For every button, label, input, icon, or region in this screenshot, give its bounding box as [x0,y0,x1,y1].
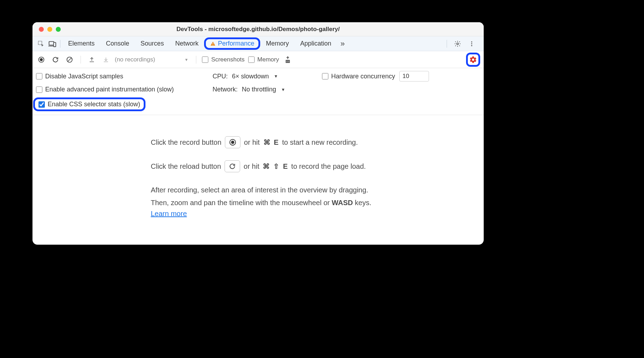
record-key-cmd: ⌘ [263,138,270,147]
svg-point-6 [457,43,459,44]
tab-sources[interactable]: Sources [135,38,169,49]
wasd-key: WASD [332,199,353,207]
svg-rect-4 [213,43,213,44]
reload-key-shift: ⇧ [273,162,279,171]
svg-point-9 [471,45,472,46]
memory-label: Memory [257,56,279,63]
reload-hint-line: Click the reload button or hit ⌘ ⇧ E to … [151,160,366,172]
inline-record-button[interactable] [225,136,240,148]
screenshots-checkbox-input[interactable] [202,56,208,63]
tab-console[interactable]: Console [100,38,135,49]
tab-network[interactable]: Network [169,38,204,49]
memory-checkbox[interactable]: Memory [248,56,279,63]
download-profile-button[interactable] [101,54,111,65]
svg-rect-5 [213,44,213,45]
css-selector-stats-highlighted: Enable CSS selector stats (slow) [33,97,145,111]
tab-memory[interactable]: Memory [260,38,294,49]
css-selector-stats-label: Enable CSS selector stats (slow) [48,101,140,108]
recordings-dropdown[interactable]: (no recordings) [115,56,190,63]
record-hint-line: Click the record button or hit ⌘ E to st… [151,136,358,148]
performance-empty-state: Click the record button or hit ⌘ E to st… [32,115,484,245]
maximize-window-button[interactable] [56,27,61,32]
window-controls [32,27,61,32]
tab-performance[interactable]: Performance [218,40,254,47]
minimize-window-button[interactable] [47,27,52,32]
screenshots-label: Screenshots [211,56,245,63]
advanced-paint-label: Enable advanced paint instrumentation (s… [45,86,174,93]
cpu-throttling-row: CPU: 6× slowdown [213,73,322,80]
css-selector-stats-input[interactable] [38,101,45,108]
learn-more-link[interactable]: Learn more [151,210,187,218]
advanced-paint-checkbox[interactable]: Enable advanced paint instrumentation (s… [36,86,213,93]
cpu-throttling-value: 6× slowdown [232,73,269,80]
inline-reload-button[interactable] [225,160,240,172]
overview-hint-2-pre: Then, zoom and pan the timeline with the… [151,199,332,207]
separator [60,40,60,48]
cpu-label: CPU: [213,73,228,80]
svg-point-20 [231,141,234,144]
overview-hint-1: After recording, select an area of inter… [151,184,368,196]
window-titlebar: DevTools - microsoftedge.github.io/Demos… [32,22,484,36]
close-window-button[interactable] [39,27,44,32]
hardware-concurrency-input[interactable] [322,73,328,79]
collect-garbage-button[interactable] [282,54,293,65]
overview-hint-2-post: keys. [353,199,371,207]
inspect-element-icon[interactable] [35,38,47,49]
capture-settings-gear-icon[interactable] [469,56,477,64]
disable-js-samples-input[interactable] [36,73,42,79]
tab-performance-highlighted[interactable]: Performance [204,37,260,50]
tab-elements[interactable]: Elements [62,38,100,49]
reload-hint-orhit: or hit [244,162,259,171]
record-key-e: E [274,138,279,147]
upload-profile-button[interactable] [87,54,97,65]
disable-js-samples-checkbox[interactable]: Disable JavaScript samples [36,73,213,80]
record-hint-post: to start a new recording. [282,138,358,147]
screenshots-checkbox[interactable]: Screenshots [202,56,245,63]
capture-settings-highlighted[interactable] [466,53,480,67]
cpu-throttling-dropdown[interactable]: 6× slowdown [232,73,278,80]
kebab-menu-icon[interactable] [466,38,477,49]
reload-key-e: E [283,162,287,171]
separator [80,56,81,64]
network-throttling-row: Network: No throttling [213,86,322,93]
hardware-concurrency-row: Hardware concurrency [322,71,484,82]
memory-checkbox-input[interactable] [248,56,255,63]
device-toolbar-icon[interactable] [47,38,58,49]
panel-tabstrip: Elements Console Sources Network Perform… [32,36,484,51]
devtools-window: DevTools - microsoftedge.github.io/Demos… [32,22,484,245]
overview-hint-2: Then, zoom and pan the timeline with the… [151,197,371,208]
tab-application[interactable]: Application [294,38,337,49]
reload-record-button[interactable] [50,54,61,65]
clear-button[interactable] [64,54,75,65]
svg-line-13 [68,58,71,61]
record-hint-orhit: or hit [244,138,260,147]
warning-icon [210,41,216,47]
network-label: Network: [213,86,238,93]
window-title: DevTools - microsoftedge.github.io/Demos… [32,26,484,33]
separator [196,56,196,64]
reload-hint-post: to record the page load. [291,162,366,171]
more-tabs-button[interactable]: » [337,39,348,48]
network-throttling-dropdown[interactable]: No throttling [242,86,285,93]
svg-point-11 [40,58,43,61]
hardware-concurrency-checkbox[interactable]: Hardware concurrency [322,73,395,80]
record-button[interactable] [36,54,47,65]
reload-key-cmd: ⌘ [263,162,270,171]
svg-rect-1 [49,41,54,45]
network-throttling-value: No throttling [242,86,276,93]
settings-gear-icon[interactable] [452,38,463,49]
reload-hint-pre: Click the reload button [151,162,221,171]
capture-settings-panel: Disable JavaScript samples CPU: 6× slowd… [32,68,484,115]
hardware-concurrency-label: Hardware concurrency [331,73,395,80]
hardware-concurrency-field[interactable] [399,71,429,82]
performance-toolbar: (no recordings) Screenshots Memory [32,51,484,68]
record-hint-pre: Click the record button [151,138,221,147]
disable-js-samples-label: Disable JavaScript samples [45,73,123,80]
svg-point-8 [471,43,472,44]
css-selector-stats-checkbox[interactable]: Enable CSS selector stats (slow) [38,101,140,108]
separator [447,40,447,48]
svg-rect-3 [54,42,56,47]
advanced-paint-input[interactable] [36,86,42,93]
svg-point-7 [471,41,472,42]
